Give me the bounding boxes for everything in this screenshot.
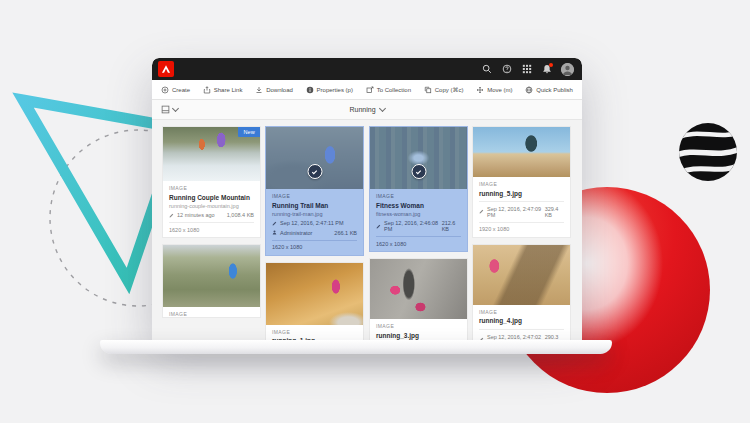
asset-type-label: IMAGE — [479, 309, 564, 315]
asset-card[interactable]: IMAGE Fitness Woman fitness-woman.jpg Se… — [370, 127, 467, 251]
new-badge: New — [238, 127, 260, 137]
asset-dimensions: 1620 x 1080 — [370, 237, 467, 251]
asset-card[interactable]: IMAGE running_1.jpg — [266, 263, 363, 340]
asset-thumbnail — [266, 127, 363, 189]
user-icon — [272, 230, 277, 235]
file-size: 266.1 KB — [334, 230, 357, 236]
publish-globe-icon — [525, 86, 533, 94]
asset-filename: running-couple-mountain.jpg — [169, 203, 254, 209]
asset-title: Running Couple Mountain — [169, 194, 254, 202]
modified-date: Sep 12, 2016, 2:47:09 PM — [487, 206, 542, 218]
asset-type-label: IMAGE — [272, 329, 357, 335]
selected-check-icon[interactable] — [411, 164, 426, 179]
asset-title: Fitness Woman — [376, 202, 461, 210]
plus-circle-icon — [161, 86, 169, 94]
move-button[interactable]: Move (m) — [476, 86, 512, 94]
to-collection-button[interactable]: To Collection — [366, 86, 411, 94]
asset-title: Running Trail Man — [272, 202, 357, 210]
asset-type-label: IMAGE — [169, 185, 254, 191]
marketing-composition: Create Share Link Download Properties (p… — [0, 0, 750, 423]
asset-type-label: IMAGE — [376, 323, 461, 329]
move-label: Move (m) — [487, 87, 512, 93]
asset-type-label: IMAGE — [272, 193, 357, 199]
adobe-logo-icon[interactable] — [158, 61, 174, 77]
download-label: Download — [266, 87, 293, 93]
properties-label: Properties (p) — [317, 87, 353, 93]
asset-thumbnail — [370, 127, 467, 189]
notification-badge — [549, 63, 553, 67]
asset-filename: fitness-woman.jpg — [376, 211, 461, 217]
edit-pencil-icon — [479, 209, 484, 214]
edit-pencil-icon — [376, 224, 381, 229]
asset-dimensions: 1920 x 1080 — [473, 223, 570, 237]
file-size: 212.6 KB — [442, 220, 461, 232]
chevron-down-icon — [172, 105, 179, 112]
user-avatar[interactable] — [561, 63, 574, 76]
collection-title-dropdown[interactable]: Running — [349, 106, 384, 113]
divider — [479, 201, 564, 202]
copy-label: Copy (⌘c) — [435, 86, 464, 93]
laptop-base — [100, 340, 612, 354]
to-collection-label: To Collection — [377, 87, 411, 93]
asset-grid: New IMAGE Running Couple Mountain runnin… — [152, 120, 582, 340]
search-icon[interactable] — [481, 64, 492, 75]
asset-thumbnail — [473, 127, 570, 177]
edit-pencil-icon — [169, 213, 174, 218]
collection-title: Running — [349, 106, 375, 113]
file-size: 329.4 KB — [545, 206, 564, 218]
asset-type-label: IMAGE — [169, 311, 254, 317]
copy-icon — [424, 86, 432, 94]
download-icon — [255, 86, 263, 94]
view-switcher[interactable] — [161, 105, 178, 114]
laptop-screen: Create Share Link Download Properties (p… — [152, 58, 582, 340]
quick-publish-label: Quick Publish — [536, 87, 573, 93]
brand-sphere-logo — [678, 122, 738, 182]
asset-card[interactable]: IMAGE running_3.jpg — [370, 259, 467, 339]
collection-icon — [366, 86, 374, 94]
card-view-icon — [161, 105, 170, 114]
asset-type-label: IMAGE — [376, 193, 461, 199]
app-topbar — [152, 58, 582, 80]
quick-publish-button[interactable]: Quick Publish — [525, 86, 573, 94]
asset-title: running_4.jpg — [479, 317, 564, 325]
asset-title: running_5.jpg — [479, 190, 564, 198]
asset-thumbnail — [370, 259, 467, 319]
modified-date: Sep 12, 2016, 2:46:08 PM — [384, 220, 439, 232]
asset-thumbnail — [266, 263, 363, 325]
notifications-bell-icon[interactable] — [541, 64, 552, 75]
help-icon[interactable] — [501, 64, 512, 75]
create-button[interactable]: Create — [161, 86, 190, 94]
asset-card[interactable]: IMAGE — [163, 245, 260, 317]
move-arrows-icon — [476, 86, 484, 94]
share-icon — [203, 86, 211, 94]
asset-filename: running-trail-man.jpg — [272, 211, 357, 217]
share-link-button[interactable]: Share Link — [203, 86, 243, 94]
modified-date: Sep 12, 2016, 2:47:11 PM — [280, 220, 344, 226]
create-label: Create — [172, 87, 190, 93]
asset-title: running_3.jpg — [376, 332, 461, 340]
asset-dimensions: 1620 x 1080 — [266, 241, 363, 255]
modified-by: Administrator — [280, 230, 312, 236]
download-button[interactable]: Download — [255, 86, 293, 94]
asset-card[interactable]: IMAGE Running Trail Man running-trail-ma… — [266, 127, 363, 255]
asset-card[interactable]: IMAGE running_4.jpg Sep 12, 2016, 2:47:0… — [473, 245, 570, 340]
info-icon — [306, 86, 314, 94]
asset-thumbnail — [163, 245, 260, 307]
apps-grid-icon[interactable] — [521, 64, 532, 75]
view-bar: Running — [152, 100, 582, 120]
action-toolbar: Create Share Link Download Properties (p… — [152, 80, 582, 100]
asset-card[interactable]: New IMAGE Running Couple Mountain runnin… — [163, 127, 260, 237]
copy-button[interactable]: Copy (⌘c) — [424, 86, 464, 94]
chevron-down-icon — [378, 105, 385, 112]
asset-type-label: IMAGE — [479, 181, 564, 187]
asset-thumbnail — [473, 245, 570, 305]
edit-pencil-icon — [272, 221, 277, 226]
modified-date: 12 minutes ago — [177, 212, 215, 218]
file-size: 1,008.4 KB — [227, 212, 254, 218]
selected-check-icon[interactable] — [307, 164, 322, 179]
properties-button[interactable]: Properties (p) — [306, 86, 353, 94]
asset-dimensions: 1620 x 1080 — [163, 223, 260, 237]
share-link-label: Share Link — [214, 87, 243, 93]
asset-card[interactable]: IMAGE running_5.jpg Sep 12, 2016, 2:47:0… — [473, 127, 570, 237]
divider — [479, 329, 564, 330]
